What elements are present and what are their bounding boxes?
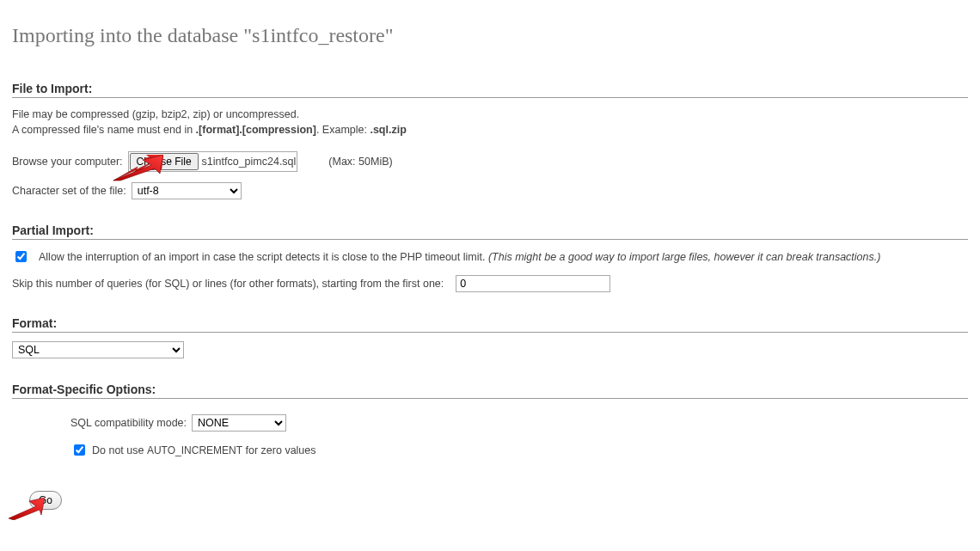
page-title: Importing into the database "s1intfco_re…	[12, 24, 968, 47]
skip-queries-input[interactable]	[456, 275, 610, 292]
selected-filename: s1intfco_pimc24.sql	[202, 156, 297, 168]
choose-file-button[interactable]: Choose File	[130, 153, 199, 170]
no-autoincrement-text: Do not use AUTO_INCREMENT for zero value…	[92, 444, 316, 456]
format-section: Format: SQL	[12, 316, 968, 358]
file-import-section: File to Import: File may be compressed (…	[12, 82, 968, 199]
allow-interrupt-text: Allow the interruption of an import in c…	[39, 251, 880, 263]
skip-queries-label: Skip this number of queries (for SQL) or…	[12, 278, 444, 290]
go-button[interactable]: Go	[29, 491, 62, 510]
compat-mode-label: SQL compatibility mode:	[70, 417, 187, 429]
compat-mode-select[interactable]: NONE	[192, 414, 286, 432]
max-size-label: (Max: 50MiB)	[328, 156, 392, 168]
allow-interrupt-checkbox[interactable]	[15, 251, 27, 262]
format-options-heading: Format-Specific Options:	[12, 383, 968, 399]
file-import-heading: File to Import:	[12, 82, 968, 98]
charset-select[interactable]: utf-8	[132, 182, 242, 199]
format-select[interactable]: SQL	[12, 341, 184, 358]
charset-label: Character set of the file:	[12, 185, 126, 197]
no-autoincrement-checkbox[interactable]	[74, 444, 85, 456]
partial-import-section: Partial Import: Allow the interruption o…	[12, 223, 968, 292]
browse-label: Browse your computer:	[12, 156, 123, 168]
partial-import-heading: Partial Import:	[12, 223, 968, 240]
format-options-section: Format-Specific Options: SQL compatibili…	[12, 383, 968, 458]
file-import-hint: File may be compressed (gzip, bzip2, zip…	[12, 107, 968, 138]
format-heading: Format:	[12, 316, 968, 333]
